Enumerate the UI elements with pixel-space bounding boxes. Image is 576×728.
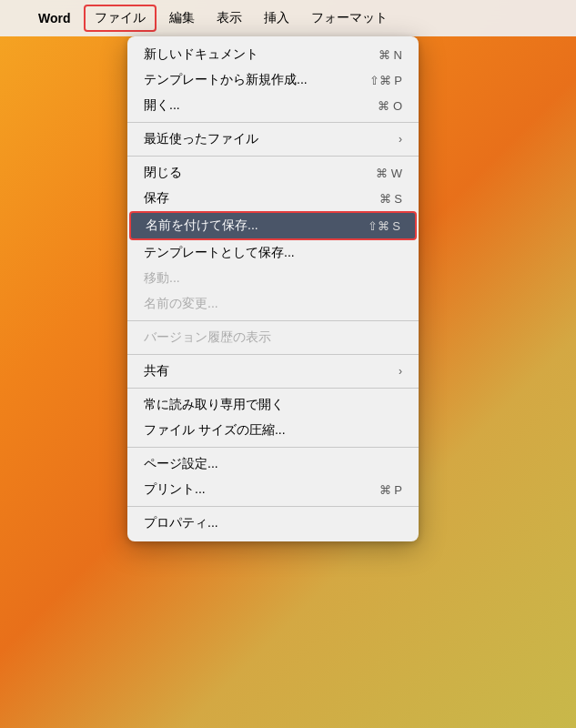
menu-bar: Word ファイル 編集 表示 挿入 フォーマット [0,0,576,36]
submenu-arrow-icon: › [399,133,402,146]
menu-item-new-doc[interactable]: 新しいドキュメント⌘ N [127,42,419,67]
menu-item-close[interactable]: 閉じる⌘ W [127,160,419,186]
menu-item-recent-files[interactable]: 最近使ったファイル› [127,126,419,152]
menu-item-save[interactable]: 保存⌘ S [127,186,419,211]
submenu-arrow-icon: › [399,365,402,378]
menu-item-shortcut-new-doc: ⌘ N [379,48,402,62]
menu-item-shortcut-save-as: ⇧⌘ S [368,219,400,233]
menu-item-shortcut-open: ⌘ O [378,99,402,113]
menu-item-save-as[interactable]: 名前を付けて保存...⇧⌘ S [129,211,417,240]
menu-item-version-history: バージョン履歴の表示 [127,325,419,350]
menu-item-label-save-as-template: テンプレートとして保存... [144,245,402,261]
menu-item-shortcut-save: ⌘ S [379,192,402,206]
view-menu[interactable]: 表示 [207,6,251,30]
menu-item-shortcut-new-from-template: ⇧⌘ P [369,74,402,87]
apple-menu[interactable] [11,15,25,22]
menu-item-compress[interactable]: ファイル サイズの圧縮... [127,418,419,443]
menu-item-label-compress: ファイル サイズの圧縮... [144,422,402,439]
menu-separator [127,447,419,448]
menu-separator [127,354,419,355]
menu-item-shortcut-print: ⌘ P [379,483,402,497]
menu-item-open-readonly[interactable]: 常に読み取り専用で開く [127,392,419,418]
file-menu[interactable]: ファイル [84,5,157,32]
menu-item-open[interactable]: 開く...⌘ O [127,93,419,118]
menu-item-label-save: 保存 [144,190,352,207]
format-menu[interactable]: フォーマット [302,6,397,30]
menu-item-label-page-setup: ページ設定... [144,456,402,472]
menu-item-label-move: 移動... [144,270,402,287]
menu-item-label-rename: 名前の変更... [144,296,402,312]
menu-item-label-new-doc: 新しいドキュメント [144,46,351,63]
menu-separator [127,506,419,507]
menu-item-properties[interactable]: プロパティ... [127,511,419,536]
menu-item-share[interactable]: 共有› [127,359,419,384]
menu-item-label-recent-files: 最近使ったファイル [144,131,399,147]
menu-item-page-setup[interactable]: ページ設定... [127,451,419,477]
menu-separator [127,388,419,389]
file-dropdown-menu: 新しいドキュメント⌘ Nテンプレートから新規作成...⇧⌘ P開く...⌘ O最… [127,36,419,541]
insert-menu[interactable]: 挿入 [255,6,298,30]
menu-separator [127,122,419,123]
menu-item-label-new-from-template: テンプレートから新規作成... [144,72,342,88]
menu-separator [127,320,419,321]
menu-item-rename: 名前の変更... [127,291,419,317]
menu-item-label-print: プリント... [144,481,352,498]
menu-item-new-from-template[interactable]: テンプレートから新規作成...⇧⌘ P [127,67,419,93]
menu-item-label-properties: プロパティ... [144,515,402,531]
menu-item-print[interactable]: プリント...⌘ P [127,477,419,502]
menu-separator [127,156,419,157]
menu-item-label-save-as: 名前を付けて保存... [146,217,340,234]
menu-item-label-open: 開く... [144,97,350,114]
menu-item-save-as-template[interactable]: テンプレートとして保存... [127,240,419,266]
menu-item-shortcut-close: ⌘ W [376,167,402,180]
menu-item-label-version-history: バージョン履歴の表示 [144,329,402,346]
menu-item-label-open-readonly: 常に読み取り専用で開く [144,397,402,413]
menu-item-move: 移動... [127,266,419,291]
menu-item-label-close: 閉じる [144,165,349,181]
edit-menu[interactable]: 編集 [160,6,204,30]
menu-item-label-share: 共有 [144,363,399,379]
word-menu[interactable]: Word [29,7,80,29]
